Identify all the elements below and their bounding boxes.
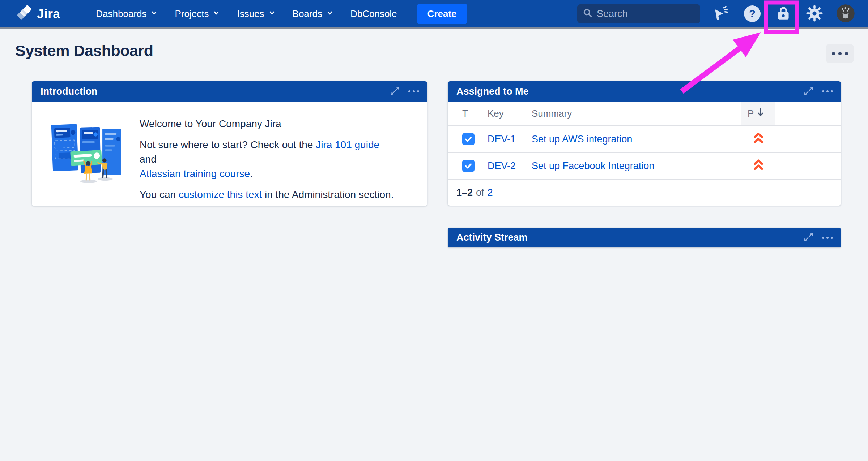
- issue-table-header: T Key Summary P: [448, 102, 841, 126]
- nav-boards[interactable]: Boards: [284, 0, 342, 27]
- megaphone-icon: [713, 5, 729, 23]
- nav-issues[interactable]: Issues: [229, 0, 284, 27]
- column-priority[interactable]: P: [741, 102, 775, 125]
- issue-key-link[interactable]: DEV-1: [488, 134, 516, 145]
- top-navbar: Jira Dashboards Projects Issues Boards D…: [0, 0, 868, 27]
- gadget-title: Assigned to Me: [456, 86, 803, 97]
- priority-highest-icon: [753, 132, 764, 147]
- issue-summary-link[interactable]: Set up Facebook Integration: [532, 160, 654, 172]
- task-icon: [462, 133, 475, 145]
- gadget-menu-button[interactable]: [408, 90, 419, 92]
- gadget-title: Activity Stream: [456, 232, 803, 243]
- issue-key-link[interactable]: DEV-2: [488, 160, 516, 172]
- permissions-lock-button[interactable]: [773, 3, 793, 25]
- chevron-down-icon: [326, 8, 334, 20]
- lock-icon: [775, 5, 792, 23]
- gadget-menu-button[interactable]: [822, 237, 833, 239]
- pagination: 1–2 of 2: [448, 180, 841, 206]
- chevron-down-icon: [212, 8, 220, 20]
- introduction-gadget-header: Introduction: [32, 81, 427, 102]
- welcome-illustration: [50, 117, 126, 202]
- pagination-total-link[interactable]: 2: [488, 187, 493, 198]
- nav-dashboards-label: Dashboards: [96, 8, 146, 20]
- gear-icon: [806, 5, 823, 23]
- nav-issues-label: Issues: [237, 8, 264, 20]
- ellipsis-icon: [832, 52, 848, 55]
- gadget-expand-button[interactable]: [390, 86, 400, 98]
- help-icon: ?: [744, 5, 761, 22]
- gadget-title: Introduction: [41, 86, 390, 97]
- pagination-of: of: [476, 187, 484, 198]
- nav-projects-label: Projects: [175, 8, 209, 20]
- ellipsis-icon: [822, 237, 833, 239]
- atlassian-training-link[interactable]: Atlassian training course: [140, 168, 250, 179]
- intro-welcome-line: Welcome to Your Company Jira: [140, 117, 396, 131]
- chevron-down-icon: [150, 8, 158, 20]
- gadget-expand-button[interactable]: [803, 232, 814, 244]
- search-icon: [582, 8, 593, 20]
- gadget-expand-button[interactable]: [803, 86, 814, 98]
- settings-button[interactable]: [804, 3, 825, 25]
- gadget-menu-button[interactable]: [822, 90, 833, 92]
- avatar: [836, 4, 855, 24]
- search-box[interactable]: [577, 4, 700, 23]
- nav-dashboards[interactable]: Dashboards: [88, 0, 166, 27]
- issue-row: DEV-2 Set up Facebook Integration: [448, 153, 841, 180]
- assigned-gadget-header: Assigned to Me: [448, 81, 841, 102]
- search-input[interactable]: [597, 8, 684, 20]
- intro-customize-line: You can customize this text in the Admin…: [140, 188, 396, 202]
- page-title: System Dashboard: [15, 42, 153, 60]
- column-key[interactable]: Key: [481, 102, 525, 125]
- expand-icon: [390, 86, 400, 98]
- jira-logo-icon: [17, 5, 33, 22]
- brand-text: Jira: [37, 7, 60, 21]
- jira-101-guide-link[interactable]: Jira 101 guide: [316, 139, 379, 150]
- column-type[interactable]: T: [456, 102, 481, 125]
- user-menu-button[interactable]: [835, 3, 856, 25]
- intro-getting-started: Not sure where to start? Check out the J…: [140, 138, 396, 181]
- assigned-to-me-gadget: Assigned to Me T Key Summary P: [448, 81, 841, 206]
- pagination-range: 1–2: [456, 187, 473, 198]
- ellipsis-icon: [822, 90, 833, 92]
- announcements-button[interactable]: [711, 3, 731, 25]
- expand-icon: [803, 86, 814, 98]
- introduction-gadget: Introduction: [32, 81, 427, 206]
- dashboard-tools-button[interactable]: [826, 44, 854, 63]
- sort-descending-icon: [757, 108, 765, 120]
- issue-row: DEV-1 Set up AWS integration: [448, 126, 841, 153]
- ellipsis-icon: [408, 90, 419, 92]
- chevron-down-icon: [268, 8, 276, 20]
- nav-dbconsole-label: DbConsole: [350, 8, 397, 20]
- column-summary[interactable]: Summary: [525, 102, 741, 125]
- nav-dbconsole[interactable]: DbConsole: [342, 0, 405, 27]
- expand-icon: [803, 232, 814, 244]
- issue-summary-link[interactable]: Set up AWS integration: [532, 134, 632, 145]
- priority-highest-icon: [753, 158, 764, 174]
- nav-boards-label: Boards: [293, 8, 322, 20]
- customize-text-link[interactable]: customize this text: [179, 189, 262, 200]
- jira-logo[interactable]: Jira: [17, 5, 60, 22]
- nav-projects[interactable]: Projects: [166, 0, 229, 27]
- create-button[interactable]: Create: [417, 4, 467, 24]
- column-actions: [775, 102, 841, 125]
- help-button[interactable]: ?: [742, 3, 762, 25]
- activity-stream-gadget: Activity Stream: [448, 228, 841, 247]
- task-icon: [462, 160, 475, 172]
